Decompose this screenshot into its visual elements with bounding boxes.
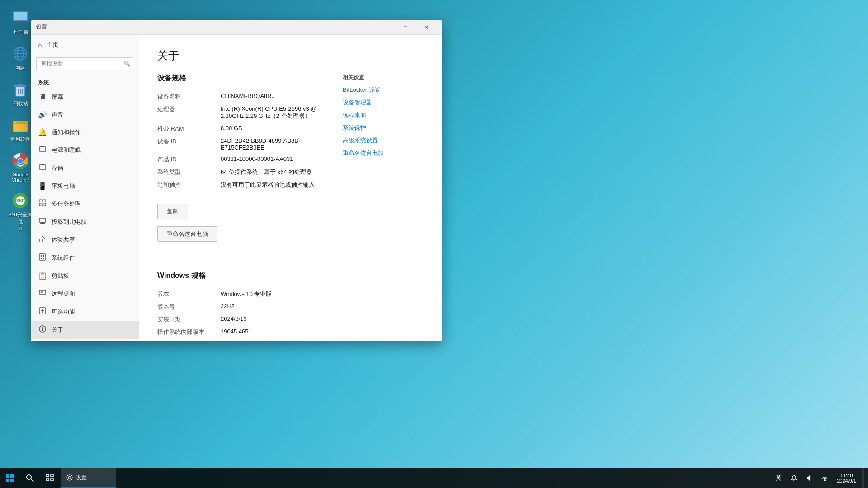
sidebar-item-share[interactable]: 体验共享 [31, 231, 139, 249]
desktop: 此电脑 网络 [0, 0, 868, 488]
sidebar-item-power[interactable]: 电源和睡眠 [31, 141, 139, 159]
device-manager-link[interactable]: 设备管理器 [343, 99, 424, 107]
sidebar-item-remote-desktop[interactable]: 远程桌面 [31, 285, 139, 303]
svg-rect-36 [43, 255, 44, 257]
sidebar-home[interactable]: ⌂ 主页 [31, 35, 139, 56]
taskbar-settings-label: 设置 [76, 474, 87, 482]
system-protection-link[interactable]: 系统保护 [343, 124, 424, 132]
sidebar-item-project[interactable]: 投影到此电脑 [31, 213, 139, 231]
svg-rect-30 [43, 203, 46, 206]
tray-volume-icon[interactable] [802, 468, 816, 488]
copy-device-button[interactable]: 复制 [157, 204, 188, 219]
svg-point-19 [18, 159, 23, 163]
svg-rect-52 [10, 479, 14, 482]
processor-value: Intel(R) Xeon(R) CPU E5-2696 v3 @ 2.30GH… [221, 105, 334, 120]
svg-rect-38 [43, 258, 44, 259]
advanced-system-link[interactable]: 高级系统设置 [343, 136, 424, 145]
svg-rect-33 [40, 223, 45, 224]
svg-rect-56 [51, 474, 53, 477]
rename-pc-button[interactable]: 重命名这台电脑 [157, 226, 217, 242]
sidebar-item-about[interactable]: 关于 [31, 321, 139, 339]
window-controls: — □ ✕ [374, 20, 437, 35]
window-title: 设置 [36, 23, 374, 31]
minimize-button[interactable]: — [374, 20, 395, 35]
edition-value: Windows 10 专业版 [221, 290, 334, 298]
tray-notification-icon[interactable] [787, 468, 801, 488]
components-label: 系统组件 [52, 254, 75, 262]
main-content: 关于 设备规格 设备名称 CHINAMI-RBQA8RJ 处理器 [139, 35, 442, 341]
install-date-row: 安装日期 2024/8/19 [157, 313, 334, 326]
sidebar-item-multitask[interactable]: 多任务处理 [31, 195, 139, 213]
sidebar-item-sound[interactable]: 🔊 声音 [31, 106, 139, 123]
clock-date: 2024/9/1 [837, 478, 856, 483]
svg-rect-11 [18, 84, 23, 85]
my-computer-icon [11, 9, 29, 27]
sidebar-item-display[interactable]: 🖥 屏幕 [31, 89, 139, 106]
window-titlebar: 设置 — □ ✕ [31, 20, 442, 35]
close-button[interactable]: ✕ [416, 20, 437, 35]
360-browser-icon: 360 [11, 192, 29, 210]
device-section-title: 设备规格 [157, 74, 334, 83]
svg-rect-23 [39, 147, 46, 151]
project-icon [38, 217, 47, 226]
tablet-icon: 📱 [38, 182, 47, 190]
sidebar-item-components[interactable]: 系统组件 [31, 249, 139, 267]
svg-rect-10 [14, 85, 26, 87]
rename-pc-related-link[interactable]: 重命名这台电脑 [343, 149, 424, 157]
sidebar-item-storage[interactable]: 存储 [31, 159, 139, 177]
svg-point-63 [824, 480, 826, 481]
svg-point-53 [27, 475, 31, 479]
processor-row: 处理器 Intel(R) Xeon(R) CPU E5-2696 v3 @ 2.… [157, 103, 334, 122]
taskbar-search-button[interactable] [20, 468, 40, 488]
product-id-row: 产品 ID 00331-10000-00001-AA031 [157, 153, 334, 166]
display-label: 屏幕 [52, 93, 63, 101]
bitlocker-link[interactable]: BitLocker 设置 [343, 86, 424, 94]
tablet-label: 平板电脑 [52, 182, 75, 190]
google-chrome-label: GoogleChrome [11, 172, 29, 183]
sidebar-search-container: 🔍 [36, 57, 133, 70]
related-settings-title: 相关设置 [343, 74, 424, 81]
svg-line-54 [31, 479, 33, 482]
sidebar-item-optional-features[interactable]: 可选功能 [31, 303, 139, 321]
sound-label: 声音 [52, 111, 63, 119]
sidebar-search-input[interactable] [36, 57, 133, 70]
my-computer-label: 此电脑 [13, 29, 28, 36]
clipboard-label: 剪贴板 [52, 272, 69, 280]
remote-desktop-related-link[interactable]: 远程桌面 [343, 111, 424, 119]
sidebar-item-tablet[interactable]: 📱 平板电脑 [31, 177, 139, 195]
maximize-button[interactable]: □ [395, 20, 416, 35]
ram-row: 机带 RAM 8.00 GB [157, 122, 334, 135]
svg-marker-62 [807, 475, 810, 481]
svg-rect-26 [41, 164, 44, 165]
experience-row: 体验 Windows Feature Experience Pack 1000.… [157, 338, 334, 341]
project-label: 投影到此电脑 [52, 218, 87, 226]
show-desktop-button[interactable] [862, 468, 864, 488]
svg-rect-35 [41, 255, 42, 257]
tray-network-icon[interactable] [818, 468, 831, 488]
taskbar-tray: 英 [768, 468, 868, 488]
svg-rect-3 [15, 23, 25, 24]
device-id-label: 设备 ID [157, 137, 221, 151]
install-date-label: 安装日期 [157, 315, 221, 324]
version-row: 版本号 22H2 [157, 300, 334, 313]
os-build-value: 19045.4651 [221, 328, 334, 336]
start-button[interactable] [0, 468, 20, 488]
taskbar-view-button[interactable] [40, 468, 60, 488]
window-body: ⌂ 主页 🔍 系统 🖥 屏幕 🔊 声音 🔔 通知 [31, 35, 442, 341]
taskbar-item-settings[interactable]: 设置 [61, 468, 116, 488]
system-type-value: 64 位操作系统，基于 x64 的处理器 [221, 168, 334, 176]
sidebar-item-notifications[interactable]: 🔔 通知和操作 [31, 123, 139, 141]
sidebar-item-clipboard[interactable]: 📋 剪贴板 [31, 267, 139, 285]
clock-time: 11:40 [840, 473, 853, 478]
tray-keyboard-icon[interactable]: 英 [772, 468, 785, 488]
taskbar-clock[interactable]: 11:40 2024/9/1 [833, 468, 860, 488]
svg-rect-2 [17, 21, 24, 23]
divider [157, 262, 334, 262]
page-title: 关于 [157, 48, 424, 63]
about-icon [38, 325, 47, 334]
os-build-label: 操作系统内部版本 [157, 328, 221, 336]
sound-icon: 🔊 [38, 110, 47, 119]
svg-rect-31 [39, 218, 46, 222]
sidebar-section-label: 系统 [31, 75, 139, 89]
svg-rect-25 [39, 165, 46, 169]
